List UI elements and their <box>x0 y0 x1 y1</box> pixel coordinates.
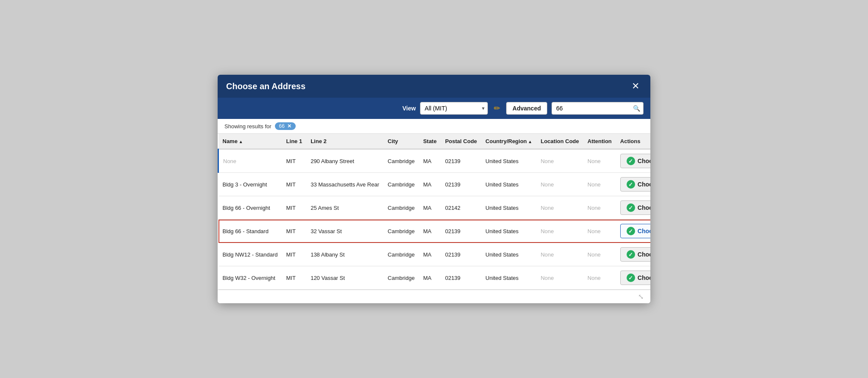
choose-button-label: Choose <box>638 251 650 258</box>
table-row: Bldg NW12 - StandardMIT138 Albany StCamb… <box>218 243 651 266</box>
modal: Choose an Address ✕ View All (MIT) Favor… <box>218 75 650 303</box>
choose-button[interactable]: ✓Choose <box>620 200 650 215</box>
cell-city: Cambridge <box>384 243 419 266</box>
cell-name: Bldg W32 - Overnight <box>218 266 282 290</box>
modal-title: Choose an Address <box>226 82 305 91</box>
checkmark-icon: ✓ <box>627 227 635 235</box>
col-header-actions: Actions <box>616 134 650 149</box>
showing-results-text: Showing results for <box>224 123 272 130</box>
modal-header: Choose an Address ✕ <box>218 75 650 98</box>
choose-button-label: Choose <box>638 158 650 164</box>
choose-button[interactable]: ✓Choose <box>620 271 650 285</box>
cell-state: MA <box>419 196 441 220</box>
cell-line1: MIT <box>282 149 307 173</box>
col-header-city: City <box>384 134 419 149</box>
col-header-line2: Line 2 <box>306 134 384 149</box>
cell-postal-code: 02139 <box>441 220 481 243</box>
table-row: NoneMIT290 Albany StreetCambridgeMA02139… <box>218 149 651 173</box>
cell-actions: ✓Choose <box>616 196 650 220</box>
filter-tag: 66 ✕ <box>275 122 296 130</box>
choose-button-label: Choose <box>638 228 650 234</box>
view-label: View <box>402 105 416 112</box>
cell-postal-code: 02139 <box>441 243 481 266</box>
choose-button[interactable]: ✓Choose <box>620 247 650 262</box>
cell-line1: MIT <box>282 266 307 290</box>
checkmark-icon: ✓ <box>627 250 635 259</box>
search-input[interactable] <box>552 102 644 115</box>
cell-attention: None <box>583 220 616 243</box>
choose-button-label: Choose <box>638 181 650 188</box>
cell-name: Bldg 66 - Standard <box>218 220 282 243</box>
col-header-attention: Attention <box>583 134 616 149</box>
cell-country: United States <box>481 220 536 243</box>
cell-line2: 138 Albany St <box>306 243 384 266</box>
cell-location-code: None <box>536 220 583 243</box>
table-body: NoneMIT290 Albany StreetCambridgeMA02139… <box>218 149 651 290</box>
modal-close-button[interactable]: ✕ <box>629 81 642 92</box>
cell-line2: 290 Albany Street <box>306 149 384 173</box>
cell-city: Cambridge <box>384 149 419 173</box>
cell-line1: MIT <box>282 173 307 196</box>
choose-button[interactable]: ✓Choose <box>620 177 650 192</box>
cell-postal-code: 02139 <box>441 149 481 173</box>
cell-country: United States <box>481 149 536 173</box>
cell-attention: None <box>583 173 616 196</box>
toolbar: View All (MIT) Favorites ▾ ✏ Advanced 🔍 <box>218 98 650 119</box>
cell-country: United States <box>481 266 536 290</box>
cell-postal-code: 02139 <box>441 173 481 196</box>
cell-location-code: None <box>536 266 583 290</box>
cell-actions: ✓Choose <box>616 173 650 196</box>
cell-city: Cambridge <box>384 220 419 243</box>
cell-location-code: None <box>536 196 583 220</box>
cell-actions: ✓Choose <box>616 266 650 290</box>
results-bar: Showing results for 66 ✕ <box>218 119 650 134</box>
cell-location-code: None <box>536 243 583 266</box>
cell-name: Bldg NW12 - Standard <box>218 243 282 266</box>
view-select-wrap: All (MIT) Favorites ▾ <box>420 102 488 115</box>
choose-button[interactable]: ✓Choose <box>620 224 650 238</box>
cell-attention: None <box>583 266 616 290</box>
view-select[interactable]: All (MIT) Favorites <box>420 102 488 115</box>
cell-line1: MIT <box>282 196 307 220</box>
choose-button-label: Choose <box>638 274 650 281</box>
address-table: Name Line 1 Line 2 City State Postal Cod… <box>218 134 650 290</box>
filter-tag-remove[interactable]: ✕ <box>287 123 291 129</box>
cell-city: Cambridge <box>384 173 419 196</box>
cell-location-code: None <box>536 173 583 196</box>
cell-location-code: None <box>536 149 583 173</box>
cell-country: United States <box>481 243 536 266</box>
checkmark-icon: ✓ <box>627 203 635 212</box>
choose-button-label: Choose <box>638 204 650 211</box>
choose-button[interactable]: ✓Choose <box>620 154 650 168</box>
resize-icon: ⤡ <box>638 293 644 301</box>
cell-line1: MIT <box>282 243 307 266</box>
col-header-name[interactable]: Name <box>218 134 282 149</box>
cell-name: None <box>218 149 282 173</box>
cell-attention: None <box>583 243 616 266</box>
checkmark-icon: ✓ <box>627 157 635 165</box>
cell-line2: 32 Vassar St <box>306 220 384 243</box>
cell-name: Bldg 66 - Overnight <box>218 196 282 220</box>
edit-view-button[interactable]: ✏ <box>492 103 502 114</box>
table-row: Bldg 66 - StandardMIT32 Vassar StCambrid… <box>218 220 651 243</box>
advanced-button[interactable]: Advanced <box>506 102 547 115</box>
cell-state: MA <box>419 266 441 290</box>
col-header-state: State <box>419 134 441 149</box>
cell-state: MA <box>419 149 441 173</box>
col-header-postal: Postal Code <box>441 134 481 149</box>
filter-tag-value: 66 <box>279 123 285 129</box>
cell-city: Cambridge <box>384 196 419 220</box>
cell-actions: ✓Choose <box>616 220 650 243</box>
search-wrap: 🔍 <box>552 102 644 115</box>
col-header-country[interactable]: Country/Region <box>481 134 536 149</box>
cell-country: United States <box>481 196 536 220</box>
cell-actions: ✓Choose <box>616 243 650 266</box>
cell-name: Bldg 3 - Overnight <box>218 173 282 196</box>
cell-line2: 120 Vassar St <box>306 266 384 290</box>
cell-state: MA <box>419 220 441 243</box>
checkmark-icon: ✓ <box>627 274 635 282</box>
cell-line2: 25 Ames St <box>306 196 384 220</box>
modal-footer: ⤡ <box>218 290 650 303</box>
table-row: Bldg W32 - OvernightMIT120 Vassar StCamb… <box>218 266 651 290</box>
cell-attention: None <box>583 196 616 220</box>
